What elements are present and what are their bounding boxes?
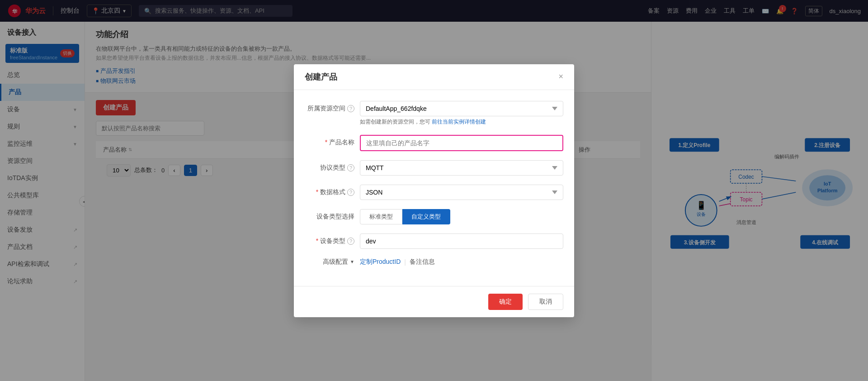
options-separator: |	[404, 258, 406, 266]
product-name-input[interactable]	[360, 135, 563, 151]
device-category-label: 设备类型 ?	[305, 233, 354, 245]
device-type-selection-label: 设备类型选择	[305, 209, 354, 221]
data-format-select[interactable]: JSON	[360, 185, 563, 200]
protocol-select[interactable]: MQTT	[360, 160, 563, 176]
product-name-control	[360, 135, 563, 151]
device-category-row: 设备类型 ?	[305, 233, 563, 249]
device-category-control	[360, 233, 563, 249]
data-format-help-icon[interactable]: ?	[347, 189, 354, 196]
cancel-button[interactable]: 取消	[528, 294, 563, 310]
protocol-row: 协议类型 ? MQTT	[305, 160, 563, 176]
create-product-modal: 创建产品 × 所属资源空间 ? DefaultApp_662fdqke 如需创建…	[294, 64, 574, 317]
modal-overlay: 创建产品 × 所属资源空间 ? DefaultApp_662fdqke 如需创建…	[0, 0, 868, 381]
advanced-option-product-id[interactable]: 定制ProductID	[360, 258, 401, 266]
device-type-selection-control: 标准类型 自定义类型	[360, 209, 563, 224]
modal-body: 所属资源空间 ? DefaultApp_662fdqke 如需创建新的资源空间，…	[294, 90, 574, 286]
resource-space-link[interactable]: 前往当前实例详情创建	[432, 119, 486, 125]
resource-space-control: DefaultApp_662fdqke 如需创建新的资源空间，您可 前往当前实例…	[360, 101, 563, 126]
device-type-button-group: 标准类型 自定义类型	[360, 209, 563, 224]
protocol-control: MQTT	[360, 160, 563, 176]
data-format-row: 数据格式 ? JSON	[305, 185, 563, 200]
modal-header: 创建产品 ×	[294, 64, 574, 90]
modal-footer: 确定 取消	[294, 286, 574, 317]
protocol-label: 协议类型 ?	[305, 160, 354, 172]
confirm-button[interactable]: 确定	[488, 294, 523, 310]
custom-type-button[interactable]: 自定义类型	[402, 209, 450, 224]
resource-space-row: 所属资源空间 ? DefaultApp_662fdqke 如需创建新的资源空间，…	[305, 101, 563, 126]
device-category-help-icon[interactable]: ?	[347, 238, 354, 245]
resource-space-hint: 如需创建新的资源空间，您可 前往当前实例详情创建	[360, 118, 563, 126]
protocol-help-icon[interactable]: ?	[347, 164, 354, 171]
product-name-label: 产品名称	[305, 135, 354, 147]
advanced-config-row: 高级配置 ▼ 定制ProductID | 备注信息	[305, 258, 563, 266]
advanced-config-label[interactable]: 高级配置 ▼	[305, 258, 354, 266]
chevron-down-icon: ▼	[350, 259, 354, 264]
data-format-control: JSON	[360, 185, 563, 200]
resource-space-select[interactable]: DefaultApp_662fdqke	[360, 101, 563, 116]
advanced-option-notes[interactable]: 备注信息	[410, 258, 435, 266]
data-format-label: 数据格式 ?	[305, 185, 354, 196]
device-type-selection-row: 设备类型选择 标准类型 自定义类型	[305, 209, 563, 224]
modal-title: 创建产品	[305, 71, 337, 82]
product-name-row: 产品名称	[305, 135, 563, 151]
advanced-options: 定制ProductID | 备注信息	[360, 258, 435, 266]
resource-space-label: 所属资源空间 ?	[305, 101, 354, 113]
resource-space-help-icon[interactable]: ?	[347, 105, 354, 112]
modal-close-button[interactable]: ×	[558, 72, 563, 81]
device-category-input[interactable]	[360, 233, 563, 249]
standard-type-button[interactable]: 标准类型	[360, 209, 402, 224]
